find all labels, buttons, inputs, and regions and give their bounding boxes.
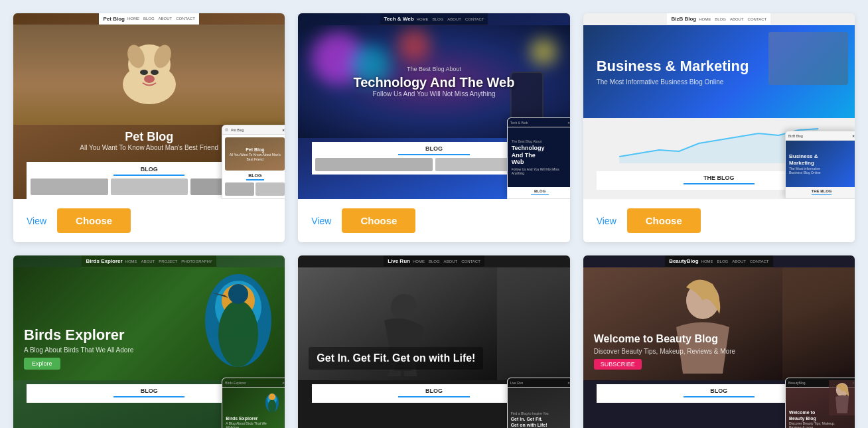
- choose-button-tech[interactable]: Choose: [342, 208, 415, 233]
- hero-subtitle-birds: A Blog About Birds That We All Adore: [24, 346, 133, 354]
- mobile-preview-birds: Birds Explorer ✕ Birds Explorer A Blog A…: [222, 378, 285, 428]
- hero-subtitle-pet: All You Want To Know About Man's Best Fr…: [80, 144, 218, 151]
- card-biz-marketing: BizB Blog HOME BLOG ABOUT CONTACT Busine…: [583, 13, 855, 242]
- hero-title-birds: Birds Explorer: [24, 326, 133, 344]
- svg-point-11: [218, 301, 258, 367]
- card-actions-pet: View Choose: [13, 199, 285, 242]
- preview-live-run: Live Run HOME BLOG ABOUT CONTACT: [298, 255, 569, 428]
- hero-subtitle-biz: The Most Informative Business Blog Onlin…: [597, 78, 749, 86]
- card-actions-tech: View Choose: [298, 199, 569, 242]
- preview-beauty-blog: BeautyBlog HOME BLOG ABOUT CONTACT: [583, 255, 855, 428]
- svg-point-5: [151, 70, 159, 75]
- choose-button-biz[interactable]: Choose: [627, 208, 701, 233]
- preview-biz-marketing: BizB Blog HOME BLOG ABOUT CONTACT Busine…: [583, 13, 855, 199]
- svg-point-15: [268, 399, 276, 413]
- view-button-pet[interactable]: View: [27, 216, 46, 226]
- dog-illustration: [109, 31, 189, 111]
- svg-point-12: [228, 284, 248, 304]
- hero-title-beauty: Welcome to Beauty Blog: [594, 333, 735, 345]
- nav-logo-run: Live Run: [388, 258, 410, 264]
- card-pet-blog: Pet Blog HOME BLOG ABOUT CONTACT: [13, 13, 285, 242]
- svg-point-18: [391, 294, 417, 321]
- preview-tech-web: Tech & Web HOME BLOG ABOUT CONTACT: [298, 13, 569, 199]
- card-actions-biz: View Choose: [583, 199, 855, 242]
- card-tech-web: Tech & Web HOME BLOG ABOUT CONTACT: [298, 13, 569, 242]
- mobile-preview-run: Live Run ✕ Find a Blog to Inspire You Ge…: [507, 378, 570, 428]
- mobile-preview-pet: Pet Blog ✕ Pet BlogAll You Want To Know …: [222, 125, 285, 199]
- mobile-preview-tech: Tech & Web ✕ The Best Blog About Technol…: [507, 117, 570, 199]
- choose-button-pet[interactable]: Choose: [57, 208, 131, 233]
- hero-subtitle-beauty: Discover Beauty Tips, Makeup, Reviews & …: [594, 348, 735, 355]
- nav-logo-beauty: BeautyBlog: [669, 258, 698, 264]
- explore-button-birds: Explore: [24, 358, 60, 370]
- view-button-biz[interactable]: View: [597, 216, 616, 226]
- view-button-tech[interactable]: View: [311, 216, 331, 226]
- svg-point-6: [144, 75, 155, 83]
- nav-logo-pet: Pet Blog: [103, 16, 124, 22]
- svg-point-4: [140, 70, 148, 75]
- template-grid: Pet Blog HOME BLOG ABOUT CONTACT: [13, 13, 855, 428]
- preview-birds-explorer: Birds Explorer HOME ABOUT PROJECT PHOTOG…: [13, 255, 285, 428]
- mobile-preview-beauty: BeautyBlog ✕ Welcome toBeauty Blog Disco…: [785, 378, 855, 428]
- card-live-run: Live Run HOME BLOG ABOUT CONTACT: [298, 255, 569, 428]
- kingfisher-illustration: [152, 267, 285, 374]
- hero-subtitle-tech: Follow Us And You Will Not Miss Anything: [354, 90, 515, 98]
- hero-title-tech: Technology And The Web: [354, 75, 515, 90]
- nav-logo-biz: BizB Blog: [671, 16, 696, 22]
- nav-logo-tech: Tech & Web: [384, 16, 414, 22]
- card-beauty-blog: BeautyBlog HOME BLOG ABOUT CONTACT: [583, 255, 855, 428]
- card-birds-explorer: Birds Explorer HOME ABOUT PROJECT PHOTOG…: [13, 255, 285, 428]
- mobile-preview-biz: BizB Blog ✕ Business &Marketing The Most…: [785, 131, 855, 199]
- svg-point-16: [269, 393, 275, 400]
- mobile-bird-small: [259, 390, 285, 416]
- hero-title-run: Get In. Get Fit. Get on with Life!: [317, 352, 475, 364]
- hero-title-biz: Business & Marketing: [597, 58, 749, 75]
- hero-title-pet: Pet Blog: [80, 130, 218, 144]
- mobile-beauty-person: [829, 380, 855, 415]
- preview-pet-blog: Pet Blog HOME BLOG ABOUT CONTACT: [13, 13, 285, 199]
- nav-logo-birds: Birds Explorer: [86, 258, 122, 264]
